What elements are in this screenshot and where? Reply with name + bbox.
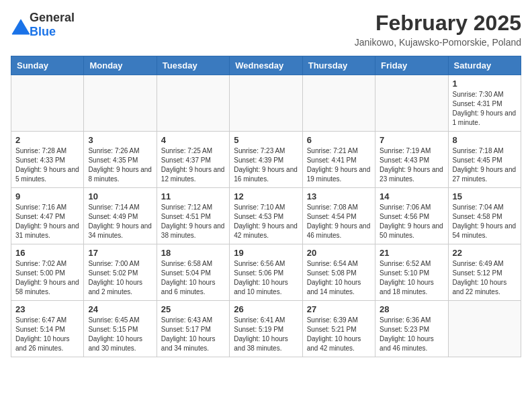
day-info: Sunrise: 7:18 AM Sunset: 4:45 PM Dayligh… [453, 146, 517, 184]
calendar-cell: 23Sunrise: 6:47 AM Sunset: 5:14 PM Dayli… [11, 301, 84, 357]
day-info: Sunrise: 7:25 AM Sunset: 4:37 PM Dayligh… [161, 146, 225, 184]
calendar-cell: 24Sunrise: 6:45 AM Sunset: 5:15 PM Dayli… [84, 301, 157, 357]
day-number: 26 [234, 304, 298, 314]
day-number: 22 [453, 248, 517, 258]
day-info: Sunrise: 6:58 AM Sunset: 5:04 PM Dayligh… [161, 259, 225, 297]
day-info: Sunrise: 7:04 AM Sunset: 4:58 PM Dayligh… [453, 203, 517, 240]
month-title: February 2025 [355, 11, 521, 36]
day-number: 11 [161, 191, 225, 201]
day-info: Sunrise: 7:14 AM Sunset: 4:49 PM Dayligh… [88, 203, 152, 240]
day-info: Sunrise: 7:10 AM Sunset: 4:53 PM Dayligh… [234, 203, 298, 240]
calendar-cell: 11Sunrise: 7:12 AM Sunset: 4:51 PM Dayli… [157, 188, 229, 244]
calendar-cell: 15Sunrise: 7:04 AM Sunset: 4:58 PM Dayli… [448, 188, 521, 244]
day-info: Sunrise: 6:41 AM Sunset: 5:19 PM Dayligh… [234, 316, 298, 353]
day-number: 6 [307, 135, 371, 145]
day-info: Sunrise: 6:52 AM Sunset: 5:10 PM Dayligh… [380, 259, 443, 297]
calendar-cell: 19Sunrise: 6:56 AM Sunset: 5:06 PM Dayli… [230, 244, 302, 301]
calendar-cell: 26Sunrise: 6:41 AM Sunset: 5:19 PM Dayli… [230, 301, 302, 357]
calendar-cell [157, 75, 229, 132]
day-info: Sunrise: 6:56 AM Sunset: 5:06 PM Dayligh… [234, 259, 298, 297]
logo: General Blue [11, 11, 75, 39]
day-number: 23 [15, 304, 79, 314]
day-number: 17 [88, 248, 152, 258]
day-info: Sunrise: 6:49 AM Sunset: 5:12 PM Dayligh… [453, 259, 517, 297]
weekday-header-row: SundayMondayTuesdayWednesdayThursdayFrid… [11, 56, 521, 75]
day-number: 2 [15, 135, 79, 145]
day-info: Sunrise: 7:06 AM Sunset: 4:56 PM Dayligh… [380, 203, 443, 240]
calendar-cell: 20Sunrise: 6:54 AM Sunset: 5:08 PM Dayli… [302, 244, 375, 301]
day-number: 5 [234, 135, 298, 145]
day-number: 15 [453, 191, 517, 201]
calendar-cell: 17Sunrise: 7:00 AM Sunset: 5:02 PM Dayli… [84, 244, 157, 301]
calendar-cell: 12Sunrise: 7:10 AM Sunset: 4:53 PM Dayli… [230, 188, 302, 244]
day-info: Sunrise: 6:54 AM Sunset: 5:08 PM Dayligh… [307, 259, 371, 297]
day-number: 16 [15, 248, 79, 258]
week-row-3: 9Sunrise: 7:16 AM Sunset: 4:47 PM Daylig… [11, 188, 521, 244]
calendar: SundayMondayTuesdayWednesdayThursdayFrid… [11, 56, 521, 357]
day-info: Sunrise: 7:08 AM Sunset: 4:54 PM Dayligh… [307, 203, 371, 240]
day-number: 4 [161, 135, 225, 145]
calendar-cell: 18Sunrise: 6:58 AM Sunset: 5:04 PM Dayli… [157, 244, 229, 301]
day-number: 14 [380, 191, 443, 201]
day-number: 8 [453, 135, 517, 145]
calendar-cell: 27Sunrise: 6:39 AM Sunset: 5:21 PM Dayli… [302, 301, 375, 357]
calendar-cell: 7Sunrise: 7:19 AM Sunset: 4:43 PM Daylig… [375, 132, 448, 188]
day-info: Sunrise: 7:19 AM Sunset: 4:43 PM Dayligh… [380, 146, 443, 184]
day-number: 9 [15, 191, 79, 201]
day-info: Sunrise: 6:39 AM Sunset: 5:21 PM Dayligh… [307, 316, 371, 353]
day-info: Sunrise: 7:30 AM Sunset: 4:31 PM Dayligh… [453, 90, 517, 128]
calendar-cell: 21Sunrise: 6:52 AM Sunset: 5:10 PM Dayli… [375, 244, 448, 301]
day-info: Sunrise: 7:16 AM Sunset: 4:47 PM Dayligh… [15, 203, 79, 240]
day-number: 12 [234, 191, 298, 201]
day-number: 18 [161, 248, 225, 258]
day-number: 21 [380, 248, 443, 258]
day-number: 27 [307, 304, 371, 314]
calendar-cell: 14Sunrise: 7:06 AM Sunset: 4:56 PM Dayli… [375, 188, 448, 244]
day-info: Sunrise: 7:00 AM Sunset: 5:02 PM Dayligh… [88, 259, 152, 297]
calendar-cell: 22Sunrise: 6:49 AM Sunset: 5:12 PM Dayli… [448, 244, 521, 301]
day-info: Sunrise: 6:43 AM Sunset: 5:17 PM Dayligh… [161, 316, 225, 353]
weekday-header-saturday: Saturday [448, 56, 521, 75]
day-number: 7 [380, 135, 443, 145]
day-number: 20 [307, 248, 371, 258]
weekday-header-tuesday: Tuesday [157, 56, 229, 75]
day-info: Sunrise: 7:21 AM Sunset: 4:41 PM Dayligh… [307, 146, 371, 184]
day-number: 25 [161, 304, 225, 314]
calendar-cell [11, 75, 84, 132]
day-info: Sunrise: 7:28 AM Sunset: 4:33 PM Dayligh… [15, 146, 79, 184]
day-number: 28 [380, 304, 443, 314]
logo-icon [11, 18, 27, 32]
day-info: Sunrise: 6:45 AM Sunset: 5:15 PM Dayligh… [88, 316, 152, 353]
calendar-cell: 9Sunrise: 7:16 AM Sunset: 4:47 PM Daylig… [11, 188, 84, 244]
weekday-header-friday: Friday [375, 56, 448, 75]
calendar-cell: 4Sunrise: 7:25 AM Sunset: 4:37 PM Daylig… [157, 132, 229, 188]
day-number: 19 [234, 248, 298, 258]
day-info: Sunrise: 7:23 AM Sunset: 4:39 PM Dayligh… [234, 146, 298, 184]
day-info: Sunrise: 7:26 AM Sunset: 4:35 PM Dayligh… [88, 146, 152, 184]
day-info: Sunrise: 7:12 AM Sunset: 4:51 PM Dayligh… [161, 203, 225, 240]
weekday-header-monday: Monday [84, 56, 157, 75]
calendar-cell: 28Sunrise: 6:36 AM Sunset: 5:23 PM Dayli… [375, 301, 448, 357]
weekday-header-wednesday: Wednesday [230, 56, 302, 75]
calendar-cell: 13Sunrise: 7:08 AM Sunset: 4:54 PM Dayli… [302, 188, 375, 244]
calendar-cell: 16Sunrise: 7:02 AM Sunset: 5:00 PM Dayli… [11, 244, 84, 301]
calendar-cell: 2Sunrise: 7:28 AM Sunset: 4:33 PM Daylig… [11, 132, 84, 188]
calendar-cell [230, 75, 302, 132]
calendar-cell: 5Sunrise: 7:23 AM Sunset: 4:39 PM Daylig… [230, 132, 302, 188]
day-number: 13 [307, 191, 371, 201]
logo-text: General Blue [30, 11, 75, 39]
week-row-5: 23Sunrise: 6:47 AM Sunset: 5:14 PM Dayli… [11, 301, 521, 357]
week-row-4: 16Sunrise: 7:02 AM Sunset: 5:00 PM Dayli… [11, 244, 521, 301]
svg-rect-2 [17, 28, 24, 34]
day-info: Sunrise: 6:47 AM Sunset: 5:14 PM Dayligh… [15, 316, 79, 353]
calendar-cell: 10Sunrise: 7:14 AM Sunset: 4:49 PM Dayli… [84, 188, 157, 244]
calendar-cell: 8Sunrise: 7:18 AM Sunset: 4:45 PM Daylig… [448, 132, 521, 188]
calendar-cell [84, 75, 157, 132]
calendar-cell [302, 75, 375, 132]
header: General Blue February 2025 Janikowo, Kuj… [11, 11, 521, 48]
calendar-cell: 6Sunrise: 7:21 AM Sunset: 4:41 PM Daylig… [302, 132, 375, 188]
weekday-header-thursday: Thursday [302, 56, 375, 75]
week-row-2: 2Sunrise: 7:28 AM Sunset: 4:33 PM Daylig… [11, 132, 521, 188]
day-number: 10 [88, 191, 152, 201]
week-row-1: 1Sunrise: 7:30 AM Sunset: 4:31 PM Daylig… [11, 75, 521, 132]
